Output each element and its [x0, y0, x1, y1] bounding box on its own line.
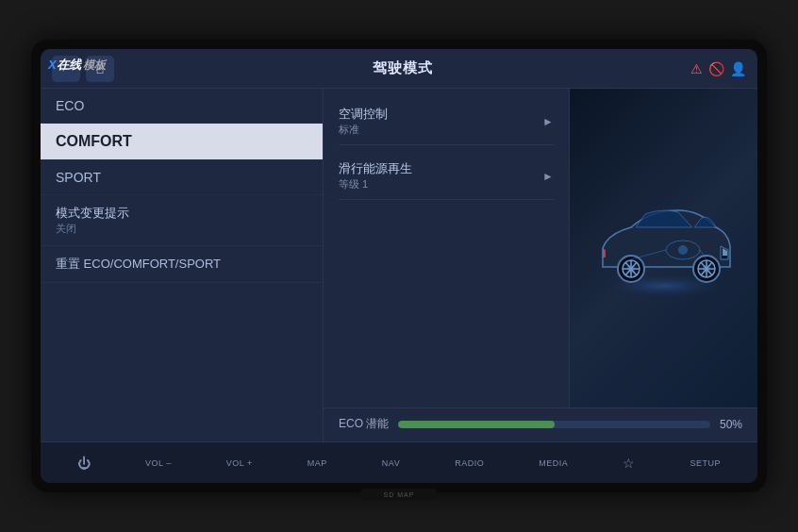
progress-label: ECO 潜能: [339, 416, 389, 432]
warning-icon: ⚠: [690, 61, 703, 76]
nav-favorite[interactable]: ☆: [623, 457, 635, 470]
settings-panel: 空调控制 标准 ► 滑行能源再生 等级 1 ►: [324, 89, 569, 407]
watermark: X在线模板: [48, 57, 106, 74]
left-panel: ECO COMFORT SPORT 模式变更提示 关闭 重置 ECO/COMFO…: [41, 89, 324, 441]
favorite-icon: ☆: [623, 457, 635, 470]
progress-percent: 50%: [720, 418, 742, 431]
outer-frame: X在线模板 ← ⌂ 驾驶模式 ⚠ 🚫 👤 ECO COM: [31, 40, 767, 492]
mode-comfort[interactable]: COMFORT: [41, 124, 323, 160]
logo-auto: 在线: [57, 58, 81, 72]
mode-reset[interactable]: 重置 ECO/COMFORT/SPORT: [41, 246, 323, 283]
nav-power[interactable]: ⏻: [77, 457, 91, 470]
vol-minus-label: VOL –: [145, 458, 172, 468]
mode-eco[interactable]: ECO: [41, 89, 323, 124]
logo-model: 模板: [83, 58, 106, 72]
car-image: [569, 89, 757, 407]
svg-point-16: [678, 245, 688, 255]
no-icon: 🚫: [708, 61, 724, 76]
right-top: 空调控制 标准 ► 滑行能源再生 等级 1 ►: [324, 89, 757, 407]
radio-label: RADIO: [455, 458, 484, 468]
nav-vol-minus[interactable]: VOL –: [145, 458, 172, 468]
power-icon: ⏻: [77, 457, 91, 470]
nav-setup[interactable]: SETUP: [690, 458, 721, 468]
nav-media[interactable]: MEDIA: [539, 458, 568, 468]
nav-radio[interactable]: RADIO: [455, 458, 484, 468]
setting-regen[interactable]: 滑行能源再生 等级 1 ►: [339, 153, 554, 200]
setup-label: SETUP: [690, 458, 721, 468]
progress-bar-fill: [398, 421, 554, 428]
right-panel: 空调控制 标准 ► 滑行能源再生 等级 1 ►: [324, 89, 757, 441]
nav-map[interactable]: MAP: [308, 458, 327, 468]
setting-ac-arrow: ►: [542, 115, 554, 128]
status-icons: ⚠ 🚫 👤: [690, 61, 746, 76]
bottom-nav: ⏻ VOL – VOL + MAP NAV RADIO MEDIA ☆: [41, 441, 757, 483]
sd-slot: SD MAP: [361, 489, 437, 500]
screen-title: 驾驶模式: [373, 59, 433, 77]
logo-x: X: [48, 58, 57, 72]
screen: ← ⌂ 驾驶模式 ⚠ 🚫 👤 ECO COMFORT SPORT: [41, 49, 757, 483]
user-icon: 👤: [730, 61, 746, 76]
nav-label: NAV: [382, 458, 400, 468]
nav-nav[interactable]: NAV: [382, 458, 400, 468]
setting-regen-arrow: ►: [542, 170, 554, 183]
mode-change-notify[interactable]: 模式变更提示 关闭: [41, 195, 323, 246]
nav-vol-plus[interactable]: VOL +: [226, 458, 253, 468]
media-label: MEDIA: [539, 458, 568, 468]
main-content: ECO COMFORT SPORT 模式变更提示 关闭 重置 ECO/COMFO…: [41, 89, 757, 441]
car-svg: [579, 191, 749, 305]
map-label: MAP: [308, 458, 327, 468]
sd-label: SD MAP: [384, 491, 415, 498]
progress-row: ECO 潜能 50%: [339, 416, 742, 432]
bottom-area: ECO 潜能 50%: [324, 407, 757, 441]
progress-bar-bg: [398, 421, 710, 428]
mode-sport[interactable]: SPORT: [41, 160, 323, 195]
top-bar: ← ⌂ 驾驶模式 ⚠ 🚫 👤: [41, 49, 757, 89]
vol-plus-label: VOL +: [226, 458, 253, 468]
setting-ac[interactable]: 空调控制 标准 ►: [339, 98, 554, 145]
